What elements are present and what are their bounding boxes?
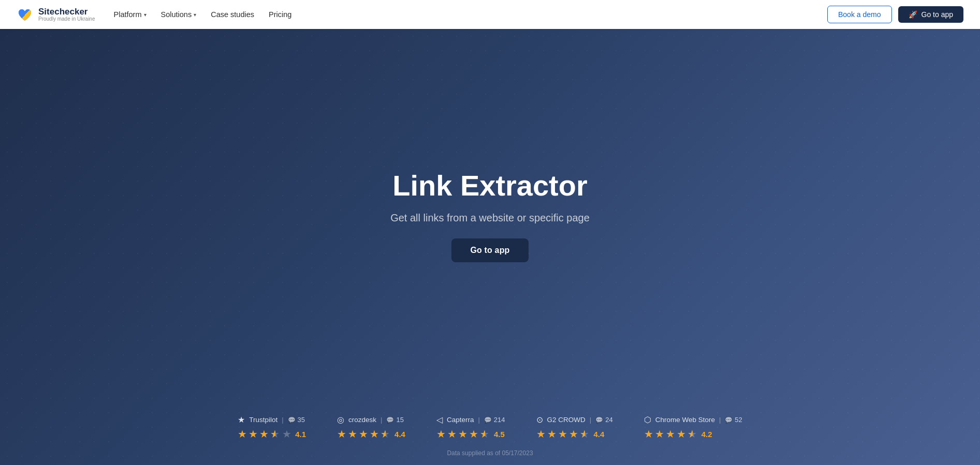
rating-score: 4.4 xyxy=(394,430,405,439)
rating-score: 4.5 xyxy=(494,430,505,439)
star-full: ★ xyxy=(458,428,467,440)
rating-count: 💬52 xyxy=(725,416,742,424)
star-half: ★ ★ xyxy=(270,428,281,440)
nav-item-pricing[interactable]: Pricing xyxy=(269,10,291,19)
logo-text: Sitechecker Proudly made in Ukraine xyxy=(38,7,95,22)
star-full: ★ xyxy=(337,428,346,440)
nav-label-solutions: Solutions xyxy=(161,10,192,19)
rating-platform-name: G2 CROWD xyxy=(547,416,586,424)
rating-count: 💬24 xyxy=(595,416,612,424)
rating-divider: | xyxy=(478,416,479,424)
rating-header: ◎crozdesk|💬15 xyxy=(337,415,404,425)
hero-title: Link Extractor xyxy=(392,170,588,202)
rating-platform-name: Chrome Web Store xyxy=(655,416,715,424)
nav-link-platform[interactable]: Platform ▾ xyxy=(114,10,147,19)
rating-count-number: 52 xyxy=(735,416,742,424)
stars-row: ★★★★ ★ ★ 4.2 xyxy=(644,428,712,440)
star-full: ★ xyxy=(558,428,567,440)
rating-divider: | xyxy=(590,416,591,424)
ratings-bar: ★Trustpilot|💬35★★★ ★ ★ ★4.1◎crozdesk|💬15… xyxy=(0,415,980,440)
rating-platform-name: crozdesk xyxy=(348,416,376,424)
rating-count-number: 24 xyxy=(605,416,612,424)
stars-row: ★★★★ ★ ★ 4.5 xyxy=(436,428,505,440)
rating-platform-name: Trustpilot xyxy=(249,416,277,424)
star-half: ★ ★ xyxy=(688,428,698,440)
rating-header: ★Trustpilot|💬35 xyxy=(238,415,305,425)
comment-icon: 💬 xyxy=(288,416,296,424)
stars-row: ★★★ ★ ★ ★4.1 xyxy=(238,428,306,440)
star-full: ★ xyxy=(348,428,357,440)
star-half: ★ ★ xyxy=(480,428,490,440)
star-empty: ★ xyxy=(282,428,291,440)
rating-score: 4.4 xyxy=(594,430,605,439)
book-demo-button[interactable]: Book a demo xyxy=(827,6,892,23)
go-to-app-label-nav: Go to app xyxy=(922,10,954,19)
rating-item: ⊙G2 CROWD|💬24★★★★ ★ ★ 4.4 xyxy=(536,415,613,440)
stars-row: ★★★★ ★ ★ 4.4 xyxy=(337,428,405,440)
star-full: ★ xyxy=(238,428,247,440)
rating-header: ⬡Chrome Web Store|💬52 xyxy=(644,415,742,425)
star-full: ★ xyxy=(655,428,664,440)
rating-item: ◁Capterra|💬214★★★★ ★ ★ 4.5 xyxy=(436,415,505,440)
nav-label-case-studies: Case studies xyxy=(211,10,254,19)
rating-item: ◎crozdesk|💬15★★★★ ★ ★ 4.4 xyxy=(337,415,405,440)
star-full: ★ xyxy=(469,428,478,440)
rating-divider: | xyxy=(282,416,283,424)
nav-link-solutions[interactable]: Solutions ▾ xyxy=(161,10,197,19)
star-full: ★ xyxy=(536,428,546,440)
star-full: ★ xyxy=(644,428,653,440)
comment-icon: 💬 xyxy=(725,416,733,424)
nav-link-pricing[interactable]: Pricing xyxy=(269,10,291,19)
rating-count-number: 15 xyxy=(396,416,403,424)
star-full: ★ xyxy=(370,428,379,440)
rating-divider: | xyxy=(719,416,721,424)
rating-platform-icon: ⬡ xyxy=(644,415,651,425)
nav-link-case-studies[interactable]: Case studies xyxy=(211,10,254,19)
star-full: ★ xyxy=(677,428,686,440)
comment-icon: 💬 xyxy=(484,416,492,424)
star-full: ★ xyxy=(666,428,675,440)
nav-item-solutions[interactable]: Solutions ▾ xyxy=(161,10,197,19)
rocket-icon: 🚀 xyxy=(909,10,917,19)
logo-title: Sitechecker xyxy=(38,7,95,17)
stars-row: ★★★★ ★ ★ 4.4 xyxy=(536,428,605,440)
nav-label-pricing: Pricing xyxy=(269,10,291,19)
rating-item: ⬡Chrome Web Store|💬52★★★★ ★ ★ 4.2 xyxy=(644,415,742,440)
star-full: ★ xyxy=(248,428,258,440)
star-full: ★ xyxy=(547,428,557,440)
chevron-down-icon-2: ▾ xyxy=(194,12,196,18)
logo-subtitle: Proudly made in Ukraine xyxy=(38,17,95,22)
chevron-down-icon: ▾ xyxy=(144,12,147,18)
navbar-left: Sitechecker Proudly made in Ukraine Plat… xyxy=(17,6,291,23)
rating-platform-icon: ◁ xyxy=(436,415,443,425)
logo-icon xyxy=(17,6,33,23)
rating-divider: | xyxy=(381,416,382,424)
rating-score: 4.2 xyxy=(701,430,712,439)
star-half: ★ ★ xyxy=(381,428,391,440)
rating-score: 4.1 xyxy=(295,430,306,439)
hero-content: Link Extractor Get all links from a webs… xyxy=(390,170,590,262)
star-full: ★ xyxy=(359,428,368,440)
data-supplied-note: Data supplied as of 05/17/2023 xyxy=(447,449,533,457)
rating-header: ⊙G2 CROWD|💬24 xyxy=(536,415,613,425)
comment-icon: 💬 xyxy=(595,416,603,424)
star-full: ★ xyxy=(259,428,269,440)
star-full: ★ xyxy=(447,428,457,440)
rating-platform-icon: ⊙ xyxy=(536,415,543,425)
nav-item-platform[interactable]: Platform ▾ xyxy=(114,10,147,19)
rating-header: ◁Capterra|💬214 xyxy=(436,415,505,425)
comment-icon: 💬 xyxy=(386,416,394,424)
navbar: Sitechecker Proudly made in Ukraine Plat… xyxy=(0,0,980,29)
rating-count-number: 35 xyxy=(298,416,305,424)
star-full: ★ xyxy=(569,428,578,440)
nav-item-case-studies[interactable]: Case studies xyxy=(211,10,254,19)
nav-label-platform: Platform xyxy=(114,10,142,19)
rating-platform-icon: ◎ xyxy=(337,415,344,425)
rating-item: ★Trustpilot|💬35★★★ ★ ★ ★4.1 xyxy=(238,415,306,440)
logo-link[interactable]: Sitechecker Proudly made in Ukraine xyxy=(17,6,95,23)
hero-subtitle: Get all links from a website or specific… xyxy=(390,212,590,224)
rating-count: 💬214 xyxy=(484,416,505,424)
navbar-right: Book a demo 🚀 Go to app xyxy=(827,6,963,23)
go-to-app-button-nav[interactable]: 🚀 Go to app xyxy=(898,6,964,23)
hero-cta-button[interactable]: Go to app xyxy=(451,238,528,262)
